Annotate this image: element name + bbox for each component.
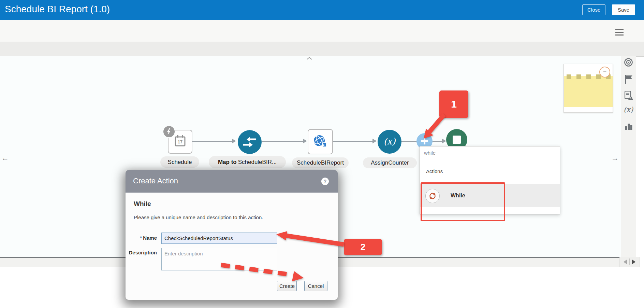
dialog-header: Create Action ? — [126, 170, 338, 193]
scroll-left-icon[interactable]: ← — [1, 154, 9, 163]
scroll-up-icon[interactable] — [306, 57, 312, 60]
minimap-node — [586, 74, 591, 79]
map-node-label[interactable]: Map toScheduleBIR... — [209, 156, 286, 168]
map-label-bold: Map to — [218, 159, 237, 165]
scrollbar-track[interactable] — [641, 42, 641, 267]
annotation-arrow-1 — [420, 112, 451, 142]
annotation-step-2-badge: 2 — [344, 239, 382, 255]
document-warning-icon[interactable] — [624, 90, 633, 100]
globe-connector-icon — [313, 134, 328, 149]
schedule-node-label[interactable]: Schedule — [160, 156, 199, 168]
connector — [401, 141, 417, 142]
divider — [629, 258, 630, 265]
menu-icon[interactable] — [615, 29, 624, 37]
page-title: Schedule BI Report (1.0) — [5, 4, 110, 15]
assign-variable-icon: (x) — [378, 130, 401, 153]
map-node[interactable] — [238, 130, 262, 154]
name-field-label: *Name — [126, 235, 157, 241]
dialog-title: Create Action — [133, 177, 178, 185]
canvas-side-rail — [621, 56, 636, 257]
integration-subheader: Scheduled Orchestration 1 Last Saved:Jus… — [0, 20, 644, 42]
action-type-heading: While — [134, 200, 151, 208]
minimap-collapse-button[interactable]: − — [599, 67, 610, 78]
annotation-highlight-box — [421, 182, 505, 221]
app-header: Schedule BI Report (1.0) Close Save — [0, 0, 644, 20]
target-icon[interactable] — [624, 58, 633, 67]
close-button[interactable]: Close — [582, 4, 605, 15]
action-search-input[interactable] — [420, 146, 560, 159]
description-field-label: Description — [126, 250, 157, 255]
lightning-icon — [166, 128, 171, 135]
minimap-node — [567, 74, 571, 79]
calendar-icon: 17 — [174, 134, 186, 149]
schedulebireport-node[interactable] — [308, 129, 333, 154]
flag-icon[interactable] — [624, 74, 633, 84]
trigger-lightning-badge — [163, 125, 175, 138]
name-input[interactable] — [161, 233, 277, 244]
map-label-rest: ScheduleBIR... — [238, 159, 277, 165]
annotation-arrow-2 — [274, 228, 346, 249]
assigncounter-node[interactable]: (x) — [378, 130, 401, 154]
scroll-right-button[interactable] — [632, 260, 635, 264]
connector — [191, 141, 232, 142]
minimap-panel[interactable]: − — [564, 64, 613, 113]
map-icon — [243, 136, 257, 148]
connector — [332, 141, 372, 142]
dialog-instruction: Please give a unique name and descriptio… — [134, 214, 263, 220]
bar-chart-icon[interactable] — [624, 122, 633, 130]
connector — [262, 141, 303, 142]
actions-section-label: Actions — [426, 168, 443, 174]
stop-icon — [453, 136, 461, 144]
variables-icon[interactable]: (x) — [622, 106, 634, 114]
annotation-dashed-arrow — [214, 260, 317, 285]
svg-text:17: 17 — [178, 139, 182, 144]
help-icon[interactable]: ? — [321, 178, 329, 185]
save-button[interactable]: Save — [612, 4, 635, 15]
schedulebireport-node-label[interactable]: ScheduleBIReport — [292, 157, 349, 168]
divider — [425, 178, 547, 178]
assigncounter-node-label[interactable]: AssignCounter — [363, 157, 417, 168]
canvas-toolbar: Global Fault Select Reposition Layout: H… — [0, 42, 644, 57]
required-mark: * — [140, 235, 142, 241]
scroll-right-icon[interactable]: → — [611, 154, 619, 163]
minimap-viewport — [564, 76, 613, 107]
horizontal-scroll-controls — [619, 257, 640, 267]
scroll-left-button[interactable] — [624, 260, 627, 264]
oic-orchestration-editor: Schedule BI Report (1.0) Close Save Sche… — [0, 0, 644, 308]
minimap-node — [576, 74, 581, 79]
